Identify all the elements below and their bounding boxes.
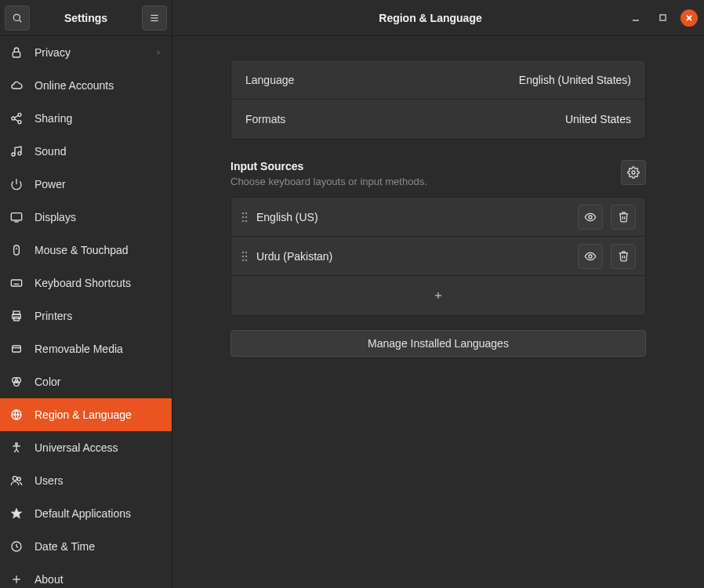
sidebar-item-label: Sharing <box>34 112 162 125</box>
users-icon <box>9 474 24 488</box>
delete-input-source-button[interactable] <box>611 205 636 230</box>
access-icon <box>9 441 24 455</box>
locale-settings-card: Language English (United States) Formats… <box>230 60 646 140</box>
sidebar-item-mouse-touchpad[interactable]: Mouse & Touchpad <box>0 234 172 267</box>
sidebar-item-color[interactable]: Color <box>0 365 172 398</box>
search-icon <box>12 13 23 24</box>
printer-icon <box>9 309 24 323</box>
eye-icon <box>584 211 597 223</box>
svg-rect-5 <box>13 52 20 57</box>
sidebar-item-removable-media[interactable]: Removable Media <box>0 332 172 365</box>
plus-icon <box>433 290 444 301</box>
trash-icon <box>618 250 630 262</box>
sidebar-item-label: Displays <box>34 211 162 223</box>
sidebar-item-label: Users <box>34 474 162 487</box>
sidebar-item-universal-access[interactable]: Universal Access <box>0 431 172 464</box>
close-button[interactable] <box>680 9 698 27</box>
delete-input-source-button[interactable] <box>611 244 636 269</box>
svg-rect-27 <box>13 346 21 352</box>
sidebar-item-label: Universal Access <box>34 441 162 454</box>
minimize-icon <box>632 14 640 22</box>
sidebar-item-label: Keyboard Shortcuts <box>34 277 162 289</box>
svg-rect-42 <box>659 15 665 20</box>
sidebar-item-sharing[interactable]: Sharing <box>0 102 172 135</box>
svg-point-52 <box>589 216 592 219</box>
sidebar-item-about[interactable]: About <box>0 563 172 588</box>
svg-point-8 <box>18 121 21 124</box>
svg-point-48 <box>242 216 245 218</box>
language-row[interactable]: Language English (United States) <box>231 60 645 100</box>
svg-point-51 <box>245 220 248 222</box>
sidebar-item-label: Date & Time <box>34 540 162 553</box>
maximize-icon <box>659 14 666 21</box>
drag-handle-icon[interactable] <box>241 250 249 263</box>
sidebar-item-privacy[interactable]: Privacy <box>0 36 172 69</box>
sidebar-item-displays[interactable]: Displays <box>0 201 172 234</box>
sidebar-item-keyboard-shortcuts[interactable]: Keyboard Shortcuts <box>0 267 172 299</box>
manage-languages-button[interactable]: Manage Installed Languages <box>230 330 646 357</box>
svg-point-46 <box>242 212 245 214</box>
svg-point-54 <box>245 251 248 253</box>
svg-rect-16 <box>14 245 20 255</box>
sidebar-item-label: Color <box>34 376 162 388</box>
window-controls <box>627 9 698 27</box>
sidebar-item-online-accounts[interactable]: Online Accounts <box>0 69 172 102</box>
maximize-button[interactable] <box>654 9 671 27</box>
sidebar-item-default-applications[interactable]: Default Applications <box>0 497 172 530</box>
minimize-button[interactable] <box>627 9 644 27</box>
chevron-right-icon <box>154 49 162 56</box>
sidebar-item-label: Region & Language <box>34 408 162 421</box>
svg-point-35 <box>13 477 16 481</box>
sidebar-list: PrivacyOnline AccountsSharingSoundPowerD… <box>0 36 172 588</box>
input-source-name: Urdu (Pakistan) <box>256 250 570 263</box>
gear-icon <box>627 166 640 179</box>
search-button[interactable] <box>5 5 30 31</box>
input-sources-list: English (US)Urdu (Pakistan) <box>230 197 646 316</box>
sidebar-item-date-time[interactable]: Date & Time <box>0 530 172 563</box>
svg-marker-37 <box>11 508 21 518</box>
formats-value: United States <box>565 113 631 125</box>
sidebar-item-label: Removable Media <box>34 343 162 355</box>
keyboard-icon <box>9 276 24 290</box>
eye-icon <box>584 250 597 263</box>
sidebar-item-users[interactable]: Users <box>0 464 172 497</box>
clock-icon <box>9 539 24 554</box>
sidebar-title: Settings <box>34 12 137 24</box>
sidebar: Settings PrivacyOnline AccountsSharingSo… <box>0 0 172 588</box>
sidebar-item-power[interactable]: Power <box>0 168 172 201</box>
svg-point-55 <box>242 255 245 257</box>
svg-point-11 <box>12 153 15 156</box>
sidebar-item-printers[interactable]: Printers <box>0 299 172 332</box>
svg-point-49 <box>245 216 248 218</box>
sidebar-item-label: Default Applications <box>34 507 162 520</box>
input-source-row: English (US) <box>231 198 645 237</box>
sidebar-item-region-language[interactable]: Region & Language <box>0 398 172 431</box>
input-sources-settings-button[interactable] <box>621 160 646 185</box>
sidebar-item-label: Privacy <box>34 46 143 59</box>
lock-icon <box>9 45 24 60</box>
svg-point-47 <box>245 212 248 214</box>
sidebar-item-sound[interactable]: Sound <box>0 135 172 168</box>
svg-point-53 <box>242 251 245 253</box>
page-title: Region & Language <box>234 12 627 24</box>
svg-point-7 <box>12 117 15 120</box>
input-source-name: English (US) <box>256 211 570 223</box>
svg-point-31 <box>14 381 20 387</box>
sidebar-header: Settings <box>0 0 172 36</box>
formats-row[interactable]: Formats United States <box>231 100 645 139</box>
svg-rect-14 <box>11 213 21 220</box>
drag-handle-icon[interactable] <box>241 211 249 223</box>
star-icon <box>9 506 24 521</box>
main-header: Region & Language <box>172 0 704 36</box>
add-input-source-button[interactable] <box>231 276 645 315</box>
sidebar-item-label: Mouse & Touchpad <box>34 244 162 256</box>
svg-point-45 <box>632 171 635 174</box>
mouse-icon <box>9 243 24 257</box>
view-layout-button[interactable] <box>578 244 603 269</box>
svg-point-57 <box>242 259 245 261</box>
svg-point-56 <box>245 255 248 257</box>
svg-point-0 <box>13 14 20 20</box>
view-layout-button[interactable] <box>578 205 603 230</box>
hamburger-menu-button[interactable] <box>142 5 167 31</box>
power-icon <box>9 177 24 191</box>
